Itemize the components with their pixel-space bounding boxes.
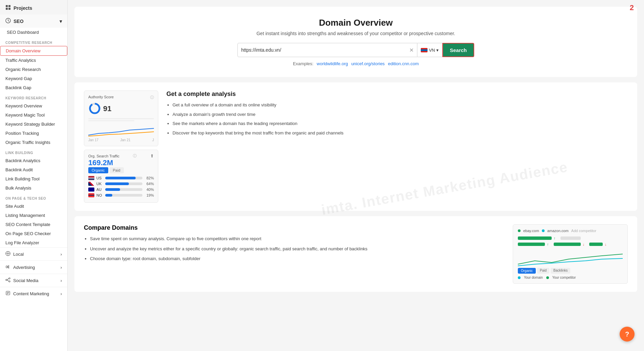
legend-dot-your-domain <box>518 276 521 279</box>
sidebar-item-keyword-magic-tool[interactable]: Keyword Magic Tool <box>0 110 67 120</box>
compare-points-list: Save time spent on summary analysis. Com… <box>84 235 502 262</box>
compare-bottom-tabs: Organic Paid Backlinks <box>518 268 623 274</box>
sidebar-seo-toggle[interactable]: SEO ▾ <box>0 15 67 28</box>
chart-boxes: Authority Score ⓘ 91 <box>84 91 158 203</box>
country-code: VN <box>429 48 435 53</box>
chevron-right-icon-3: › <box>61 278 62 283</box>
sidebar-item-position-tracking[interactable]: Position Tracking <box>0 129 67 138</box>
authority-score-label: Authority Score <box>88 95 114 100</box>
compare-tab-backlinks[interactable]: Backlinks <box>551 268 570 274</box>
compare-text: Compare Domains Save time spent on summa… <box>84 224 502 284</box>
sidebar-item-seo-dashboard[interactable]: SEO Dashboard <box>0 28 67 37</box>
donut-chart <box>88 102 101 116</box>
sidebar-item-content-marketing[interactable]: Content Marketing › <box>0 287 67 300</box>
annotation-2: 2 <box>630 3 634 12</box>
search-input[interactable] <box>241 47 409 53</box>
analysis-point-1: Get a full overview of a domain and its … <box>172 102 628 108</box>
clear-input-icon[interactable]: ✕ <box>409 47 414 53</box>
sidebar-item-projects[interactable]: Projects <box>0 0 67 15</box>
compare-tab-paid[interactable]: Paid <box>537 268 549 274</box>
compare-bar-row-2: ↑ ↓ ↓ <box>518 242 623 246</box>
svg-rect-1 <box>8 5 10 7</box>
compare-point-1: Save time spent on summary analysis. Com… <box>90 235 502 242</box>
authority-sparkline <box>88 123 154 137</box>
search-button[interactable]: Search <box>442 43 474 57</box>
analysis-point-3: See the markets where a domain has the l… <box>172 120 628 127</box>
flag-uk <box>88 182 94 186</box>
add-competitor[interactable]: Add competitor <box>571 229 596 233</box>
content-marketing-icon <box>5 291 10 297</box>
sidebar-item-keyword-gap[interactable]: Keyword Gap <box>0 74 67 83</box>
social-media-icon <box>5 277 10 283</box>
chevron-right-icon-4: › <box>61 291 62 296</box>
chevron-down-icon: ▾ <box>60 19 62 24</box>
authority-score-box: Authority Score ⓘ 91 <box>84 91 158 146</box>
example-link-3[interactable]: edition.cnn.com <box>388 61 419 66</box>
sidebar-item-social-media-label: Social Media <box>13 278 38 283</box>
chart-tabs: Organic Paid <box>88 167 154 173</box>
seo-icon <box>5 18 11 24</box>
country-selector[interactable]: VN ▾ <box>417 43 442 57</box>
lower-section: imta. Internet Marketing Audience Author… <box>74 82 637 211</box>
sidebar-item-listing-management[interactable]: Listing Management <box>0 211 67 220</box>
sidebar-item-seo-content-template[interactable]: SEO Content Template <box>0 220 67 229</box>
section-label-keyword-research: KEYWORD RESEARCH <box>0 92 67 101</box>
main-content: 1 2 Domain Overview Get instant insights… <box>68 0 644 351</box>
svg-line-11 <box>7 280 9 281</box>
compare-title: Compare Domains <box>84 224 502 231</box>
sidebar-item-bulk-analysis[interactable]: Bulk Analysis <box>0 183 67 193</box>
examples-label: Examples: <box>293 61 314 66</box>
local-icon <box>5 251 10 257</box>
sidebar-item-organic-traffic-insights[interactable]: Organic Traffic Insights <box>0 138 67 147</box>
sidebar-item-domain-overview[interactable]: Domain Overview <box>0 46 67 56</box>
tab-organic[interactable]: Organic <box>88 167 108 173</box>
svg-point-19 <box>90 104 99 113</box>
example-link-1[interactable]: worldwildlife.org <box>317 61 348 66</box>
sidebar-item-traffic-analytics[interactable]: Traffic Analytics <box>0 56 67 65</box>
sidebar-item-on-page-seo-checker[interactable]: On Page SEO Checker <box>0 229 67 238</box>
analysis-card: Authority Score ⓘ 91 <box>74 82 637 211</box>
seo-label: SEO <box>14 19 24 24</box>
sidebar-item-link-building-tool[interactable]: Link Building Tool <box>0 174 67 183</box>
sidebar-item-organic-research[interactable]: Organic Research <box>0 65 67 74</box>
org-traffic-box: Org. Search Traffic ⓘ ⬆ 169.2M Organic P… <box>84 150 158 203</box>
sidebar-item-site-audit[interactable]: Site Audit <box>0 202 67 211</box>
sidebar-item-content-marketing-label: Content Marketing <box>13 291 49 296</box>
legend-ebay: ebay.com <box>523 229 539 233</box>
svg-line-10 <box>7 279 9 280</box>
advertising-icon <box>5 264 10 270</box>
legend-dot-amazon <box>542 229 545 232</box>
svg-point-7 <box>6 279 7 281</box>
section-label-competitive-research: COMPETITIVE RESEARCH <box>0 37 67 46</box>
country-dropdown-icon: ▾ <box>436 48 439 53</box>
bar-row-au: AU 40% <box>88 187 154 192</box>
projects-icon <box>5 5 11 11</box>
analysis-point-4: Discover the top keywords that bring the… <box>172 130 628 136</box>
tab-paid[interactable]: Paid <box>110 167 124 173</box>
flag-au <box>88 187 94 192</box>
sidebar-item-keyword-overview[interactable]: Keyword Overview <box>0 101 67 110</box>
sidebar-item-advertising[interactable]: Advertising › <box>0 260 67 274</box>
chart-export-icon[interactable]: ⬆ <box>150 153 154 158</box>
domain-overview-card: 2 Domain Overview Get instant insights i… <box>74 7 637 77</box>
example-link-2[interactable]: unicef.org/stories <box>351 61 385 66</box>
svg-rect-2 <box>6 8 8 10</box>
page-subtitle: Get instant insights into strengths and … <box>88 31 624 36</box>
search-row: ✕ VN ▾ Search <box>237 43 474 57</box>
analysis-text: Get a complete analysis Get a full overv… <box>166 91 628 139</box>
section-label-onpage-seo: ON PAGE & TECH SEO <box>0 193 67 202</box>
sidebar-item-backlink-gap[interactable]: Backlink Gap <box>0 83 67 92</box>
your-competitor-label: Your competitor <box>552 276 576 279</box>
compare-section: Compare Domains Save time spent on summa… <box>74 216 637 292</box>
help-button[interactable]: ? <box>620 327 635 342</box>
sidebar-item-log-file-analyzer[interactable]: Log File Analyzer <box>0 238 67 247</box>
sidebar-item-keyword-strategy-builder[interactable]: Keyword Strategy Builder <box>0 120 67 129</box>
sidebar-item-social-media[interactable]: Social Media › <box>0 274 67 287</box>
compare-tab-organic[interactable]: Organic <box>518 268 536 274</box>
authority-score-info-icon: ⓘ <box>150 95 154 100</box>
sidebar-item-backlink-analytics[interactable]: Backlink Analytics <box>0 156 67 165</box>
sidebar-item-backlink-audit[interactable]: Backlink Audit <box>0 165 67 174</box>
down-arrow-2: ↓ <box>605 242 607 246</box>
analysis-title: Get a complete analysis <box>166 91 628 98</box>
sidebar-item-local[interactable]: Local › <box>0 247 67 260</box>
